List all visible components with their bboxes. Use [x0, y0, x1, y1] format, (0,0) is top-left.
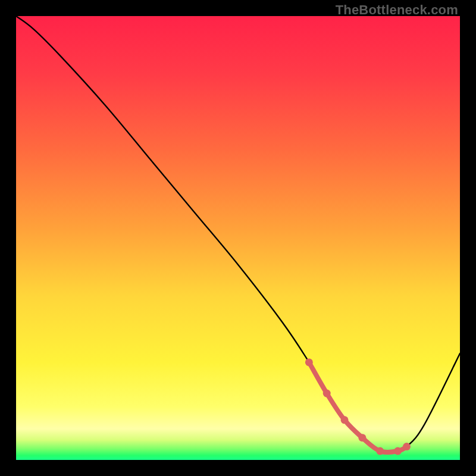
highlight-markers	[305, 358, 411, 455]
highlight-marker-dot	[403, 443, 411, 450]
chart-frame	[16, 16, 460, 460]
highlight-marker-dot	[323, 390, 331, 397]
highlight-marker-dot	[358, 434, 366, 441]
chart-plot-layer	[16, 16, 460, 460]
highlight-marker-dot	[341, 416, 349, 424]
highlight-marker-dot	[376, 447, 384, 455]
bottleneck-curve	[16, 16, 460, 452]
watermark-text: TheBottleneck.com	[336, 2, 458, 18]
highlight-marker-dot	[305, 358, 313, 366]
highlight-segment	[309, 362, 406, 452]
highlight-marker-dot	[394, 447, 402, 455]
